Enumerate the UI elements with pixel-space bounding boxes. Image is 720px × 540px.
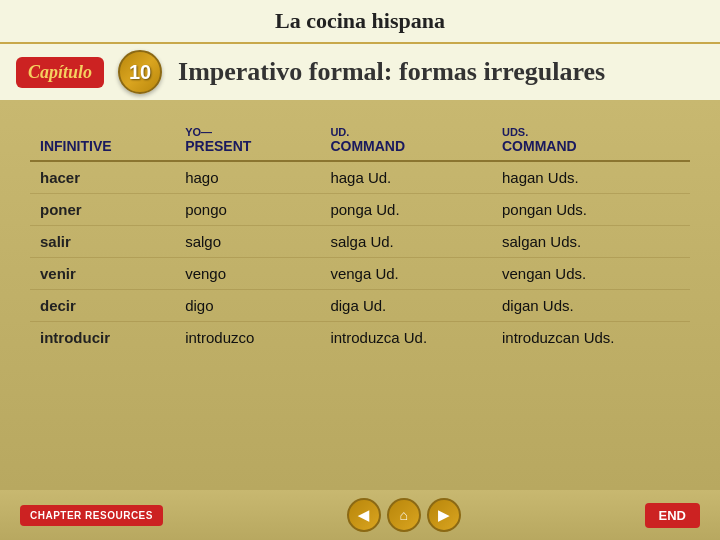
cell-infinitive: venir [30,258,175,290]
cell-uds: introduzcan Uds. [492,322,690,354]
cell-infinitive: hacer [30,161,175,194]
cell-infinitive: salir [30,226,175,258]
table-row: venir vengo venga Ud. vengan Uds. [30,258,690,290]
nav-controls: ◀ ⌂ ▶ [347,498,461,532]
cell-uds: vengan Uds. [492,258,690,290]
table-row: hacer hago haga Ud. hagan Uds. [30,161,690,194]
footer: CHAPTER RESOURCES ◀ ⌂ ▶ END [0,490,720,540]
cell-ud: diga Ud. [320,290,492,322]
end-button[interactable]: END [645,503,700,528]
cell-uds: salgan Uds. [492,226,690,258]
cell-yo: hago [175,161,320,194]
cell-yo: introduzco [175,322,320,354]
cell-ud: salga Ud. [320,226,492,258]
header-uds: UDS. COMMAND [492,120,690,161]
cell-ud: haga Ud. [320,161,492,194]
page-subtitle: Imperativo formal: formas irregulares [178,57,605,87]
cell-infinitive: poner [30,194,175,226]
chapter-number: 10 [118,50,162,94]
table-row: poner pongo ponga Ud. pongan Uds. [30,194,690,226]
prev-button[interactable]: ◀ [347,498,381,532]
cell-ud: ponga Ud. [320,194,492,226]
home-button[interactable]: ⌂ [387,498,421,532]
grammar-table: INFINITIVE YO— PRESENT UD. COMMAND UDS. … [30,120,690,353]
table-row: introducir introduzco introduzca Ud. int… [30,322,690,354]
cell-uds: hagan Uds. [492,161,690,194]
cell-uds: pongan Uds. [492,194,690,226]
main-container: La cocina hispana Capítulo 10 Imperativo… [0,0,720,540]
cell-yo: vengo [175,258,320,290]
cell-yo: salgo [175,226,320,258]
top-title-bar: La cocina hispana [0,0,720,44]
header-yo: YO— PRESENT [175,120,320,161]
cell-infinitive: introducir [30,322,175,354]
page-header: Capítulo 10 Imperativo formal: formas ir… [0,44,720,100]
table-row: decir digo diga Ud. digan Uds. [30,290,690,322]
chapter-resources-button[interactable]: CHAPTER RESOURCES [20,505,163,526]
cell-uds: digan Uds. [492,290,690,322]
top-title: La cocina hispana [275,8,445,33]
cell-yo: pongo [175,194,320,226]
cell-infinitive: decir [30,290,175,322]
cell-yo: digo [175,290,320,322]
table-row: salir salgo salga Ud. salgan Uds. [30,226,690,258]
cell-ud: venga Ud. [320,258,492,290]
logo-box: Capítulo [16,57,104,88]
logo-text: Capítulo [28,62,92,82]
header-ud: UD. COMMAND [320,120,492,161]
header-infinitive: INFINITIVE [30,120,175,161]
cell-ud: introduzca Ud. [320,322,492,354]
next-button[interactable]: ▶ [427,498,461,532]
main-content: INFINITIVE YO— PRESENT UD. COMMAND UDS. … [0,100,720,490]
